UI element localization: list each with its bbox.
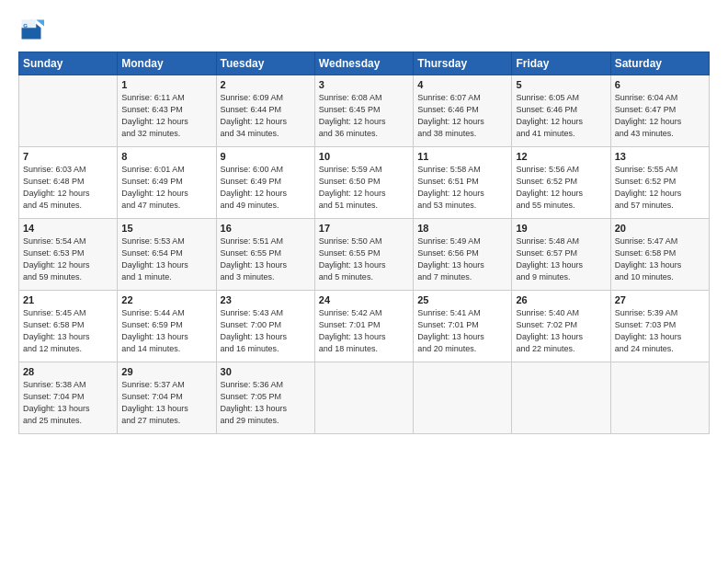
day-info: Sunrise: 5:38 AMSunset: 7:04 PMDaylight:… (23, 379, 113, 427)
day-number: 20 (615, 223, 705, 234)
calendar-cell: 2Sunrise: 6:09 AMSunset: 6:44 PMDaylight… (216, 75, 314, 147)
day-info: Sunrise: 6:00 AMSunset: 6:49 PMDaylight:… (221, 164, 311, 212)
calendar-cell: 20Sunrise: 5:47 AMSunset: 6:58 PMDayligh… (610, 219, 709, 291)
day-number: 1 (121, 79, 211, 90)
day-number: 22 (121, 294, 211, 305)
day-number: 7 (23, 151, 113, 162)
day-info: Sunrise: 6:07 AMSunset: 6:46 PMDaylight:… (417, 92, 507, 140)
day-info: Sunrise: 5:56 AMSunset: 6:52 PMDaylight:… (516, 164, 606, 212)
calendar-cell: 21Sunrise: 5:45 AMSunset: 6:58 PMDayligh… (19, 291, 118, 362)
day-number: 29 (121, 366, 211, 377)
calendar-week-row: 14Sunrise: 5:54 AMSunset: 6:53 PMDayligh… (19, 219, 710, 291)
logo-icon: G (18, 17, 44, 42)
calendar-cell: 26Sunrise: 5:40 AMSunset: 7:02 PMDayligh… (512, 291, 610, 362)
calendar-cell: 1Sunrise: 6:11 AMSunset: 6:43 PMDaylight… (118, 75, 216, 147)
calendar-cell: 6Sunrise: 6:04 AMSunset: 6:47 PMDaylight… (610, 75, 709, 147)
calendar-cell: 28Sunrise: 5:38 AMSunset: 7:04 PMDayligh… (19, 362, 118, 434)
day-info: Sunrise: 5:59 AMSunset: 6:50 PMDaylight:… (319, 164, 409, 212)
calendar-week-row: 1Sunrise: 6:11 AMSunset: 6:43 PMDaylight… (19, 75, 710, 147)
day-info: Sunrise: 5:36 AMSunset: 7:05 PMDaylight:… (221, 379, 311, 427)
day-info: Sunrise: 5:58 AMSunset: 6:51 PMDaylight:… (417, 164, 507, 212)
weekday-header: Sunday (19, 52, 118, 75)
day-number: 28 (23, 366, 113, 377)
calendar-table: SundayMondayTuesdayWednesdayThursdayFrid… (18, 52, 710, 434)
calendar-cell: 7Sunrise: 6:03 AMSunset: 6:48 PMDaylight… (19, 147, 118, 219)
day-number: 13 (615, 151, 705, 162)
day-info: Sunrise: 5:53 AMSunset: 6:54 PMDaylight:… (121, 236, 211, 283)
weekday-header: Monday (118, 52, 216, 75)
day-info: Sunrise: 5:47 AMSunset: 6:58 PMDaylight:… (615, 236, 705, 283)
day-number: 11 (417, 151, 507, 162)
day-info: Sunrise: 6:03 AMSunset: 6:48 PMDaylight:… (23, 164, 113, 212)
calendar-cell: 19Sunrise: 5:48 AMSunset: 6:57 PMDayligh… (512, 219, 610, 291)
weekday-header: Wednesday (314, 52, 413, 75)
day-number: 21 (23, 294, 113, 305)
day-number: 25 (417, 294, 507, 305)
day-number: 10 (319, 151, 409, 162)
page: G SundayMondayTuesdayWednesdayThursdayFr… (0, 0, 728, 563)
calendar-cell (414, 362, 512, 434)
day-info: Sunrise: 6:01 AMSunset: 6:49 PMDaylight:… (121, 164, 211, 212)
calendar-cell: 22Sunrise: 5:44 AMSunset: 6:59 PMDayligh… (118, 291, 216, 362)
day-info: Sunrise: 5:43 AMSunset: 7:00 PMDaylight:… (221, 307, 311, 355)
calendar-cell: 23Sunrise: 5:43 AMSunset: 7:00 PMDayligh… (216, 291, 314, 362)
calendar-cell: 13Sunrise: 5:55 AMSunset: 6:52 PMDayligh… (610, 147, 709, 219)
calendar-cell: 18Sunrise: 5:49 AMSunset: 6:56 PMDayligh… (414, 219, 512, 291)
day-info: Sunrise: 5:48 AMSunset: 6:57 PMDaylight:… (516, 236, 606, 283)
weekday-header: Friday (512, 52, 610, 75)
calendar-cell (512, 362, 610, 434)
day-number: 26 (516, 294, 606, 305)
day-info: Sunrise: 5:39 AMSunset: 7:03 PMDaylight:… (615, 307, 705, 355)
calendar-cell: 11Sunrise: 5:58 AMSunset: 6:51 PMDayligh… (414, 147, 512, 219)
day-number: 14 (23, 223, 113, 234)
day-number: 17 (319, 223, 409, 234)
day-number: 5 (516, 79, 606, 90)
calendar-cell: 4Sunrise: 6:07 AMSunset: 6:46 PMDaylight… (414, 75, 512, 147)
day-info: Sunrise: 5:45 AMSunset: 6:58 PMDaylight:… (23, 307, 113, 355)
day-number: 23 (221, 294, 311, 305)
logo: G (18, 17, 48, 42)
day-number: 2 (221, 79, 311, 90)
weekday-header-row: SundayMondayTuesdayWednesdayThursdayFrid… (19, 52, 710, 75)
day-info: Sunrise: 5:41 AMSunset: 7:01 PMDaylight:… (417, 307, 507, 355)
day-number: 19 (516, 223, 606, 234)
calendar-cell: 14Sunrise: 5:54 AMSunset: 6:53 PMDayligh… (19, 219, 118, 291)
calendar-cell: 10Sunrise: 5:59 AMSunset: 6:50 PMDayligh… (314, 147, 413, 219)
day-number: 9 (221, 151, 311, 162)
calendar-cell: 17Sunrise: 5:50 AMSunset: 6:55 PMDayligh… (314, 219, 413, 291)
day-info: Sunrise: 5:54 AMSunset: 6:53 PMDaylight:… (23, 236, 113, 283)
day-info: Sunrise: 5:42 AMSunset: 7:01 PMDaylight:… (319, 307, 409, 355)
day-info: Sunrise: 5:55 AMSunset: 6:52 PMDaylight:… (615, 164, 705, 212)
day-info: Sunrise: 5:40 AMSunset: 7:02 PMDaylight:… (516, 307, 606, 355)
calendar-cell: 3Sunrise: 6:08 AMSunset: 6:45 PMDaylight… (314, 75, 413, 147)
day-info: Sunrise: 5:50 AMSunset: 6:55 PMDaylight:… (319, 236, 409, 283)
calendar-cell (610, 362, 709, 434)
calendar-cell: 8Sunrise: 6:01 AMSunset: 6:49 PMDaylight… (118, 147, 216, 219)
calendar-cell: 9Sunrise: 6:00 AMSunset: 6:49 PMDaylight… (216, 147, 314, 219)
day-number: 24 (319, 294, 409, 305)
calendar-cell: 27Sunrise: 5:39 AMSunset: 7:03 PMDayligh… (610, 291, 709, 362)
day-number: 30 (221, 366, 311, 377)
day-info: Sunrise: 6:04 AMSunset: 6:47 PMDaylight:… (615, 92, 705, 140)
calendar-week-row: 21Sunrise: 5:45 AMSunset: 6:58 PMDayligh… (19, 291, 710, 362)
day-info: Sunrise: 6:05 AMSunset: 6:46 PMDaylight:… (516, 92, 606, 140)
day-number: 16 (221, 223, 311, 234)
day-info: Sunrise: 5:51 AMSunset: 6:55 PMDaylight:… (221, 236, 311, 283)
weekday-header: Tuesday (216, 52, 314, 75)
day-info: Sunrise: 5:49 AMSunset: 6:56 PMDaylight:… (417, 236, 507, 283)
day-number: 3 (319, 79, 409, 90)
calendar-cell: 25Sunrise: 5:41 AMSunset: 7:01 PMDayligh… (414, 291, 512, 362)
calendar-cell: 30Sunrise: 5:36 AMSunset: 7:05 PMDayligh… (216, 362, 314, 434)
day-number: 18 (417, 223, 507, 234)
weekday-header: Saturday (610, 52, 709, 75)
header: G (18, 17, 710, 42)
day-number: 12 (516, 151, 606, 162)
calendar-cell: 24Sunrise: 5:42 AMSunset: 7:01 PMDayligh… (314, 291, 413, 362)
day-info: Sunrise: 6:08 AMSunset: 6:45 PMDaylight:… (319, 92, 409, 140)
day-number: 6 (615, 79, 705, 90)
calendar-cell: 5Sunrise: 6:05 AMSunset: 6:46 PMDaylight… (512, 75, 610, 147)
calendar-cell: 16Sunrise: 5:51 AMSunset: 6:55 PMDayligh… (216, 219, 314, 291)
svg-text:G: G (23, 22, 28, 29)
day-info: Sunrise: 5:44 AMSunset: 6:59 PMDaylight:… (121, 307, 211, 355)
day-number: 27 (615, 294, 705, 305)
